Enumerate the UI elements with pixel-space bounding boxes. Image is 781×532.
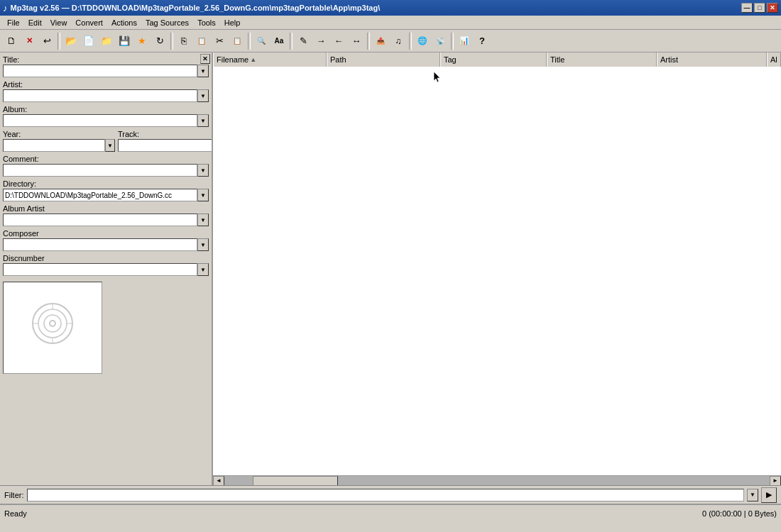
toolbar-refresh-btn[interactable]: ↻	[151, 33, 168, 50]
toolbar-open-recursive-btn[interactable]: 📁	[98, 33, 115, 50]
toolbar-freedb-btn[interactable]: 📡	[432, 33, 449, 50]
toolbar-delete-btn[interactable]: ✕	[21, 33, 38, 50]
discnumber-dropdown-btn[interactable]: ▼	[197, 263, 209, 276]
directory-dropdown-btn[interactable]: ▼	[197, 189, 209, 201]
col-filename-sort-icon: ▲	[250, 56, 256, 63]
col-header-artist[interactable]: Artist	[657, 52, 767, 67]
menu-bar: File Edit View Convert Actions Tag Sourc…	[0, 16, 781, 30]
filter-input[interactable]	[27, 489, 745, 501]
col-album-label: Al	[770, 55, 777, 64]
album-input[interactable]	[3, 114, 197, 127]
maximize-button[interactable]: □	[754, 3, 765, 13]
title-bar-left: ♪ Mp3tag v2.56 — D:\TDDOWNLOAD\Mp3tagPor…	[3, 3, 380, 13]
title-dropdown-btn[interactable]: ▼	[197, 65, 209, 77]
toolbar-paste-all-btn[interactable]: 📋	[229, 33, 246, 50]
toolbar-case-btn[interactable]: Aa	[271, 33, 288, 50]
artist-label: Artist:	[3, 80, 209, 89]
toolbar-open-files-btn[interactable]: 📄	[80, 33, 97, 50]
menu-convert[interactable]: Convert	[71, 16, 107, 29]
title-field-group: Title: ▼	[3, 55, 209, 77]
toolbar-cut-btn[interactable]: ✂	[211, 33, 228, 50]
album-artist-label: Album Artist	[3, 204, 209, 213]
toolbar-web-btn[interactable]: 🌐	[414, 33, 431, 50]
year-input[interactable]	[3, 139, 105, 152]
toolbar-help-btn[interactable]: ?	[474, 33, 491, 50]
year-dropdown-btn[interactable]: ▼	[105, 139, 115, 152]
col-header-tag[interactable]: Tag	[440, 52, 547, 67]
col-header-album[interactable]: Al	[767, 52, 781, 67]
toolbar-undo-btn[interactable]: ↩	[38, 33, 55, 50]
artist-dropdown-btn[interactable]: ▼	[197, 89, 209, 102]
menu-actions[interactable]: Actions	[107, 16, 141, 29]
comment-dropdown-btn[interactable]: ▼	[197, 164, 209, 177]
discnumber-label: Discnumber	[3, 254, 209, 262]
title-input-wrapper: ▼	[3, 65, 209, 77]
status-text: Ready	[4, 509, 27, 518]
composer-field-group: Composer ▼	[3, 229, 209, 251]
close-button[interactable]: ✕	[767, 3, 778, 13]
toolbar-sep-4	[290, 33, 293, 50]
composer-dropdown-btn[interactable]: ▼	[197, 238, 209, 251]
artist-input[interactable]	[3, 89, 197, 102]
col-title-label: Title	[550, 55, 564, 64]
comment-field-group: Comment: ▼	[3, 155, 209, 177]
col-tag-label: Tag	[444, 55, 457, 64]
col-header-path[interactable]: Path	[327, 52, 440, 67]
menu-tools[interactable]: Tools	[193, 16, 220, 29]
menu-edit[interactable]: Edit	[24, 16, 46, 29]
toolbar-tag-tag-btn[interactable]: ↔	[348, 33, 365, 50]
filter-go-btn[interactable]: ▶	[761, 487, 777, 503]
toolbar-paste-btn[interactable]: 📋	[193, 33, 210, 50]
comment-input-wrapper: ▼	[3, 164, 209, 177]
album-dropdown-btn[interactable]: ▼	[197, 114, 209, 127]
directory-input[interactable]	[3, 189, 197, 201]
title-bar: ♪ Mp3tag v2.56 — D:\TDDOWNLOAD\Mp3tagPor…	[0, 0, 781, 16]
toolbar-sep-7	[451, 33, 454, 50]
toolbar-copy-btn[interactable]: ⎘	[175, 33, 192, 50]
toolbar-playlist-btn[interactable]: ♫	[390, 33, 407, 50]
file-table-body[interactable]	[213, 67, 781, 475]
ytg-row: Year: ▼ Track: ▼ Genre: ▼	[3, 130, 209, 152]
comment-input[interactable]	[3, 164, 197, 177]
toolbar-save-btn[interactable]: 💾	[116, 33, 133, 50]
app-icon: ♪	[3, 3, 8, 13]
toolbar-tag-edit-btn[interactable]: ✎	[295, 33, 312, 50]
menu-tag-sources[interactable]: Tag Sources	[141, 16, 193, 29]
menu-help[interactable]: Help	[220, 16, 245, 29]
menu-file[interactable]: File	[3, 16, 24, 29]
toolbar-search-btn[interactable]: 🔍	[253, 33, 270, 50]
hscroll-track[interactable]	[224, 476, 770, 486]
toolbar-filename-tag-btn[interactable]: →	[312, 33, 329, 50]
track-group: Track: ▼	[118, 130, 213, 152]
filter-dropdown-btn[interactable]: ▼	[747, 489, 758, 501]
toolbar-open-folder-btn[interactable]: 📂	[62, 33, 80, 50]
toolbar-tag-filename-btn[interactable]: ←	[330, 33, 347, 50]
hscroll-thumb[interactable]	[253, 476, 338, 486]
composer-input-wrapper: ▼	[3, 238, 209, 251]
track-input[interactable]	[118, 139, 213, 152]
discnumber-field-group: Discnumber ▼	[3, 254, 209, 276]
year-group: Year: ▼	[3, 130, 115, 152]
toolbar-export-btn[interactable]: 📤	[372, 33, 389, 50]
toolbar-sep-1	[58, 33, 60, 50]
hscroll-right-btn[interactable]: ►	[770, 476, 781, 486]
composer-input[interactable]	[3, 238, 197, 251]
album-artist-dropdown-btn[interactable]: ▼	[197, 214, 209, 226]
track-label: Track:	[118, 130, 213, 138]
toolbar-favorites-btn[interactable]: ★	[133, 33, 151, 50]
col-header-title[interactable]: Title	[547, 52, 657, 67]
hscroll-left-btn[interactable]: ◄	[213, 476, 224, 486]
filter-bar: Filter: ▼ ▶	[0, 485, 781, 504]
minimize-button[interactable]: —	[741, 3, 753, 13]
toolbar-stats-btn[interactable]: 📊	[456, 33, 473, 50]
album-artist-input[interactable]	[3, 214, 197, 226]
col-artist-label: Artist	[660, 55, 678, 64]
album-art-box[interactable]	[3, 282, 102, 374]
title-input[interactable]	[3, 65, 197, 77]
toolbar-new-btn[interactable]: 🗋	[3, 33, 20, 50]
left-panel-close-btn[interactable]: ✕	[200, 54, 210, 64]
col-header-filename[interactable]: Filename ▲	[213, 52, 327, 67]
discnumber-input[interactable]	[3, 263, 197, 276]
menu-view[interactable]: View	[46, 16, 72, 29]
hscroll-bar: ◄ ►	[213, 475, 781, 485]
